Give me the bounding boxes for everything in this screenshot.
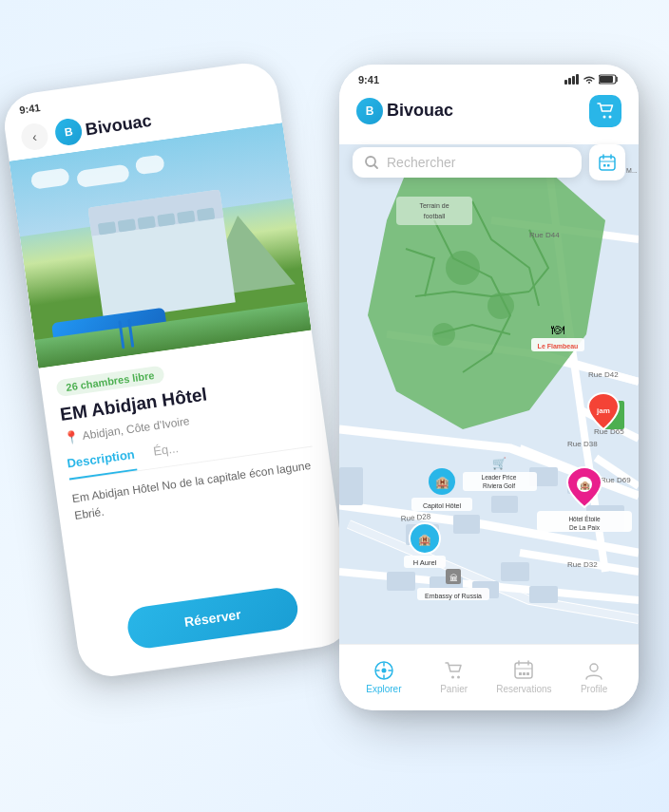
svg-point-70 — [457, 676, 460, 679]
svg-point-75 — [590, 664, 598, 671]
svg-text:Embassy of Russia: Embassy of Russia — [425, 593, 482, 600]
svg-rect-1 — [568, 78, 571, 85]
status-bar-front: 9:41 — [339, 65, 639, 89]
calendar-button[interactable] — [589, 144, 625, 180]
svg-rect-31 — [529, 586, 558, 603]
search-placeholder: Rechercher — [387, 155, 455, 170]
svg-rect-73 — [523, 672, 526, 675]
svg-point-7 — [609, 116, 612, 119]
svg-point-69 — [451, 676, 454, 679]
svg-text:🛒: 🛒 — [492, 456, 507, 470]
svg-rect-25 — [453, 515, 480, 534]
svg-text:De La Paix: De La Paix — [569, 524, 601, 531]
svg-text:football: football — [424, 213, 446, 219]
svg-point-15 — [487, 293, 514, 319]
search-area: Rechercher — [353, 144, 625, 180]
nav-profile[interactable]: Profile — [559, 660, 629, 694]
svg-text:jam: jam — [596, 406, 610, 415]
svg-text:Hôtel Étoile: Hôtel Étoile — [568, 515, 601, 522]
svg-rect-26 — [501, 562, 529, 581]
signal-icon — [564, 74, 580, 85]
front-phone-header: B Bivouac — [339, 89, 639, 137]
profile-icon — [583, 660, 604, 681]
tab-description[interactable]: Description — [67, 446, 137, 480]
search-bar[interactable]: Rechercher — [353, 147, 582, 178]
svg-rect-9 — [600, 157, 615, 170]
time-back: 9:41 — [19, 101, 41, 115]
svg-text:Riviera Golf: Riviera Golf — [483, 482, 515, 489]
svg-rect-74 — [526, 672, 529, 675]
svg-text:Rue D32: Rue D32 — [567, 560, 598, 569]
svg-text:Rue D69: Rue D69 — [601, 476, 631, 484]
battery-icon — [599, 74, 620, 85]
map-area[interactable]: Terrain de football Rue D28 R — [339, 144, 639, 644]
svg-rect-11 — [607, 164, 610, 167]
svg-text:Terrain de: Terrain de — [419, 202, 449, 209]
cart-button[interactable] — [589, 95, 621, 127]
nav-reservations[interactable]: Reservations — [489, 660, 560, 694]
nav-explorer[interactable]: Explorer — [349, 660, 419, 694]
svg-text:Rue D65: Rue D65 — [594, 427, 624, 436]
svg-text:🏨: 🏨 — [435, 475, 449, 489]
wifi-icon — [583, 74, 596, 85]
nav-explorer-label: Explorer — [366, 684, 401, 694]
svg-text:Le Flambeau: Le Flambeau — [538, 343, 579, 349]
svg-point-6 — [603, 116, 606, 119]
reservations-icon — [513, 660, 534, 681]
tab-equipments[interactable]: Éq... — [152, 441, 181, 467]
logo-text-back: Bivouac — [84, 110, 152, 140]
svg-text:Rue D42: Rue D42 — [588, 370, 619, 379]
svg-rect-32 — [339, 467, 363, 505]
search-icon — [364, 155, 379, 170]
svg-rect-23 — [491, 496, 518, 513]
map-phone: 9:41 — [339, 65, 639, 710]
svg-text:Rue D44: Rue D44 — [529, 231, 560, 239]
svg-rect-28 — [387, 572, 415, 591]
back-button[interactable]: ‹ — [20, 122, 50, 152]
phones-container: 9:41 ‹ B Bivouac — [30, 36, 639, 777]
logo-circle-front: B — [356, 98, 383, 124]
cart-nav-icon — [444, 660, 465, 681]
svg-text:🍽: 🍽 — [551, 322, 564, 337]
svg-point-14 — [446, 251, 480, 285]
svg-text:Capitol Hôtel: Capitol Hôtel — [423, 502, 462, 510]
nav-profile-label: Profile — [581, 684, 607, 694]
hotel-image — [10, 123, 312, 368]
svg-rect-17 — [396, 197, 472, 225]
nav-panier[interactable]: Panier — [419, 660, 489, 694]
svg-rect-10 — [603, 164, 606, 167]
status-icons — [564, 74, 620, 85]
logo-back: B Bivouac — [53, 106, 153, 146]
svg-rect-5 — [600, 76, 613, 83]
svg-rect-72 — [519, 672, 522, 675]
map-svg: Terrain de football Rue D28 R — [339, 144, 639, 644]
svg-text:🏛: 🏛 — [449, 574, 458, 583]
svg-point-16 — [432, 323, 455, 346]
svg-text:Leader Price: Leader Price — [482, 474, 517, 481]
nav-reservations-label: Reservations — [496, 684, 551, 694]
svg-rect-2 — [572, 76, 575, 85]
svg-rect-71 — [515, 663, 532, 678]
svg-rect-0 — [564, 80, 567, 85]
svg-rect-3 — [576, 74, 579, 85]
time-front: 9:41 — [358, 74, 379, 85]
location-pin-icon: 📍 — [63, 428, 80, 444]
bottom-nav: Explorer Panier — [339, 644, 639, 710]
logo-circle-back: B — [53, 117, 84, 147]
nav-panier-label: Panier — [440, 684, 468, 694]
hotel-detail-phone: 9:41 ‹ B Bivouac — [0, 59, 354, 680]
svg-text:🏨: 🏨 — [418, 533, 431, 546]
logo-front: B Bivouac — [356, 98, 453, 124]
svg-text:Rue D38: Rue D38 — [567, 440, 598, 448]
logo-text-front: Bivouac — [387, 101, 453, 121]
svg-text:H Aurel: H Aurel — [413, 558, 437, 567]
svg-text:🏨: 🏨 — [580, 480, 591, 491]
book-button[interactable]: Réserver — [125, 585, 300, 651]
explore-icon — [373, 660, 394, 681]
svg-point-68 — [381, 669, 386, 673]
